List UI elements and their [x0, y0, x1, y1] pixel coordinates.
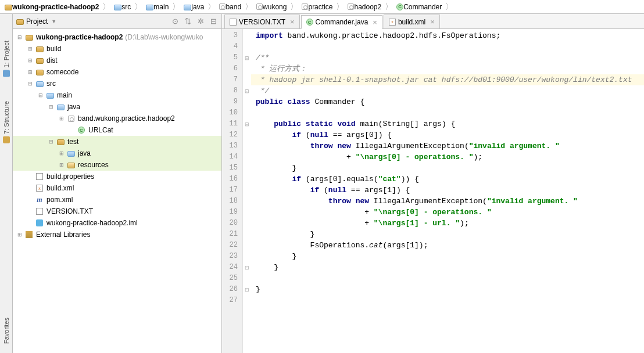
line-number[interactable]: 12 [222, 129, 242, 141]
tree-toggle[interactable]: ⊟ [27, 81, 34, 87]
breadcrumb-item[interactable]: java [181, 3, 206, 11]
rail-project[interactable]: 1: Project [2, 37, 11, 80]
line-number[interactable]: 13 [222, 141, 242, 152]
fold-marker[interactable] [243, 96, 251, 107]
line-number[interactable]: 3 [222, 30, 242, 41]
tree-node[interactable]: xbuild.xml [13, 182, 221, 194]
breadcrumb-item[interactable]: hadoop2 [345, 3, 384, 11]
fold-marker[interactable] [243, 207, 251, 218]
fold-marker[interactable] [243, 229, 251, 240]
fold-marker[interactable]: ⊡ [243, 284, 251, 295]
breadcrumb-item[interactable]: wukong-practice-hadoop2 [2, 3, 101, 11]
line-number[interactable]: 18 [222, 196, 242, 207]
fold-marker[interactable] [243, 295, 251, 306]
project-tree[interactable]: ⊟wukong-practice-hadoop2(D:\Lab\ws-wukon… [13, 29, 221, 353]
fold-marker[interactable] [243, 74, 251, 85]
line-number[interactable]: 11 [222, 118, 242, 129]
tree-node[interactable]: wukong-practice-hadoop2.iml [13, 217, 221, 229]
panel-tool[interactable]: ⇅ [183, 17, 192, 26]
line-number[interactable]: 15 [222, 163, 242, 174]
fold-marker[interactable] [243, 185, 251, 196]
line-number[interactable]: 25 [222, 273, 242, 284]
tree-node[interactable]: ⊟main [13, 89, 221, 101]
tree-node[interactable]: ⊞resources [13, 159, 221, 171]
panel-tool[interactable]: ⊟ [209, 17, 218, 26]
line-number[interactable]: 8 [222, 85, 242, 96]
line-number[interactable]: 7 [222, 74, 242, 85]
line-number[interactable]: 23 [222, 251, 242, 262]
code-line[interactable] [251, 41, 644, 52]
line-number[interactable]: 14 [222, 152, 242, 163]
line-number[interactable]: 20 [222, 218, 242, 229]
breadcrumb-item[interactable]: practice [299, 3, 335, 11]
tree-node[interactable]: ⊟wukong-practice-hadoop2(D:\Lab\ws-wukon… [13, 31, 221, 43]
tree-toggle[interactable]: ⊞ [27, 69, 34, 75]
code-line[interactable] [251, 273, 644, 284]
tree-toggle[interactable]: ⊞ [27, 57, 34, 63]
code-line[interactable]: if (args[0].equals("cat")) { [251, 174, 644, 185]
code-line[interactable] [251, 107, 644, 118]
fold-column[interactable]: ⊟⊡⊟⊡⊡ [243, 29, 251, 353]
tree-node[interactable]: ⊞External Libraries [13, 229, 221, 240]
breadcrumb-item[interactable]: wukong [254, 3, 289, 11]
tree-node[interactable]: ⊟test [13, 136, 221, 147]
line-number[interactable]: 22 [222, 240, 242, 251]
code-line[interactable]: } [251, 284, 644, 295]
line-number[interactable]: 6 [222, 63, 242, 74]
tree-toggle[interactable]: ⊞ [16, 232, 23, 237]
rail-structure[interactable]: 7: Structure [2, 98, 11, 147]
fold-marker[interactable] [243, 196, 251, 207]
fold-marker[interactable]: ⊟ [243, 52, 251, 63]
fold-marker[interactable] [243, 107, 251, 118]
code-line[interactable]: if (null == args[1]) { [251, 185, 644, 196]
tree-node[interactable]: build.properties [13, 171, 221, 182]
line-number[interactable]: 16 [222, 174, 242, 185]
panel-tool[interactable]: ⊙ [170, 17, 180, 26]
editor-tab[interactable]: xbuild.xml× [384, 15, 440, 28]
breadcrumb-item[interactable]: src [112, 3, 133, 11]
tree-node[interactable]: ⊞band.wukong.practice.hadoop2 [13, 113, 221, 124]
fold-marker[interactable] [243, 218, 251, 229]
rail-favorites[interactable]: Favorites [2, 314, 11, 347]
code-line[interactable]: + "\nargs[0] - operations. "); [251, 152, 644, 163]
tree-node[interactable]: ⊟src [13, 78, 221, 89]
tree-toggle[interactable]: ⊞ [27, 46, 34, 52]
code-line[interactable]: throw new IllegalArgumentException("inva… [251, 196, 644, 207]
close-icon[interactable]: × [290, 17, 295, 26]
line-number[interactable]: 19 [222, 207, 242, 218]
tree-node[interactable]: VERSION.TXT [13, 206, 221, 217]
breadcrumb-item[interactable]: main [144, 3, 171, 11]
code-line[interactable]: /** [251, 52, 644, 63]
fold-marker[interactable] [243, 273, 251, 284]
fold-marker[interactable]: ⊡ [243, 85, 251, 96]
fold-marker[interactable] [243, 141, 251, 152]
line-number[interactable]: 10 [222, 107, 242, 118]
tree-node[interactable]: mpom.xml [13, 194, 221, 206]
line-number[interactable]: 26 [222, 284, 242, 295]
code-line[interactable]: } [251, 163, 644, 174]
line-gutter[interactable]: 3456789101112131415161718192021222324252… [222, 29, 243, 353]
tree-node[interactable]: ⊟java [13, 101, 221, 113]
code-line[interactable]: */ [251, 85, 644, 96]
code-line[interactable] [251, 295, 644, 306]
fold-marker[interactable] [243, 163, 251, 174]
fold-marker[interactable] [243, 174, 251, 185]
code-line[interactable]: } [251, 251, 644, 262]
tree-node[interactable]: ⊞java [13, 147, 221, 159]
panel-tool[interactable]: ✲ [196, 17, 205, 26]
fold-marker[interactable] [243, 152, 251, 163]
tree-toggle[interactable]: ⊞ [58, 116, 65, 121]
line-number[interactable]: 21 [222, 229, 242, 240]
tree-toggle[interactable]: ⊞ [58, 150, 65, 156]
code-line[interactable]: if (null == args[0]) { [251, 129, 644, 141]
fold-marker[interactable] [243, 251, 251, 262]
fold-marker[interactable]: ⊡ [243, 262, 251, 273]
tree-node[interactable]: ⊞somecode [13, 66, 221, 78]
fold-marker[interactable]: ⊟ [243, 118, 251, 129]
panel-title[interactable]: Project ▼ [16, 17, 56, 26]
line-number[interactable]: 27 [222, 295, 242, 306]
tree-node[interactable]: ⊞dist [13, 55, 221, 66]
editor-tab[interactable]: CCommander.java× [301, 15, 382, 29]
code-line[interactable]: } [251, 229, 644, 240]
breadcrumb-item[interactable]: CCommander [394, 3, 444, 11]
